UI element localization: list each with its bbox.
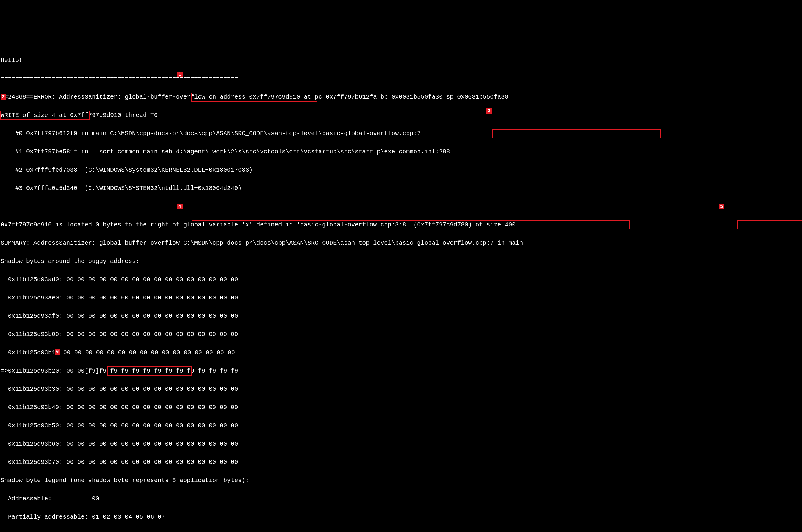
shadow-current: =>0x11b125d93b20: 00 00[f9]f9 f9 f9 f9 f… (1, 366, 801, 376)
b10-post: 00 00 00 00 00 00 00 00 00 00 00 00 00 0… (60, 349, 235, 356)
cur-box: 00 00[f9]f9 f9 (66, 367, 117, 374)
cur-pre: =>0x11b125d93b20: (1, 367, 63, 374)
loc-mid: to the right of global variable 'x' defi… (125, 221, 410, 228)
cur-post: f9 f9 f9 f9 f9 f9 f9 f9 f9 f9 f9 (121, 367, 238, 374)
b10-pre: 0x11b125d93b1 (1, 349, 55, 356)
stack-2: #2 0x7fff9fed7033 (C:\WINDOWS\System32\K… (1, 166, 801, 175)
box-3 (493, 129, 661, 138)
callout-3: 3 (486, 108, 492, 114)
loc-size: of size 400 (475, 221, 516, 228)
shadow-row-b10: 0x11b125d93b16 00 00 00 00 00 00 00 00 0… (1, 348, 801, 357)
error-mid: on address 0x7ff797c9d910 at pc 0x7ff797… (209, 93, 508, 100)
callout-1: 1 (177, 72, 183, 77)
shadow-row-3: 0x11b125d93b00: 00 00 00 00 00 00 00 00 … (1, 330, 801, 339)
stack-0: #0 0x7ff797b612f9 in main C:\MSDN\cpp-do… (1, 129, 801, 138)
box-5 (737, 220, 802, 229)
location-line: 0x7ff797c9d910 is located 0 bytes to the… (1, 220, 801, 229)
stack-3: #3 0x7fffa0a5d240 (C:\WINDOWS\SYSTEM32\n… (1, 184, 801, 193)
summary-line: SUMMARY: AddressSanitizer: global-buffer… (1, 239, 801, 248)
callout-5: 5 (719, 204, 724, 209)
terminal-output: Hello! =================================… (0, 46, 802, 532)
shadow-row-0: 0x11b125d93ad0: 00 00 00 00 00 00 00 00 … (1, 275, 801, 284)
shadow-after-4: 0x11b125d93b70: 00 00 00 00 00 00 00 00 … (1, 458, 801, 467)
write-suffix: at 0x7ff797c9d910 thread T0 (59, 112, 158, 119)
blank-1: 45 (1, 202, 801, 211)
shadow-row-2: 0x11b125d93af0: 00 00 00 00 00 00 00 00 … (1, 312, 801, 321)
callout-4: 4 (177, 204, 183, 209)
loc-addr: (0x7ff797c9d780) (413, 221, 472, 228)
shadow-after-2: 0x11b125d93b50: 00 00 00 00 00 00 00 00 … (1, 421, 801, 430)
shadow-after-0: 0x11b125d93b30: 00 00 00 00 00 00 00 00 … (1, 385, 801, 394)
write-line: WRITE of size 4 at 0x7ff797c9d910 thread… (1, 111, 801, 120)
legend-1: Partially addressable: 01 02 03 04 05 06… (1, 513, 801, 522)
greeting-line: Hello! (1, 56, 801, 65)
legend-2: Heap left redzone: fa (1, 531, 801, 532)
callout-2: 2 (1, 94, 6, 100)
error-prefix: ==24868==ERROR: AddressSanitizer: (1, 93, 121, 100)
shadow-after-1: 0x11b125d93b40: 00 00 00 00 00 00 00 00 … (1, 403, 801, 412)
shadow-after-3: 0x11b125d93b60: 00 00 00 00 00 00 00 00 … (1, 439, 801, 449)
loc-prefix: 0x7ff797c9d910 is located 0 bytes (1, 221, 121, 228)
shadow-header: Shadow bytes around the buggy address: (1, 257, 801, 266)
stack-1: #1 0x7ff797be581f in __scrt_common_main_… (1, 147, 801, 156)
separator-line: ========================================… (1, 74, 801, 83)
legend-0: Addressable: 00 (1, 494, 801, 504)
shadow-row-1: 0x11b125d93ae0: 00 00 00 00 00 00 00 00 … (1, 293, 801, 303)
error-line: 2==24868==ERROR: AddressSanitizer: globa… (1, 93, 801, 102)
legend-header: Shadow byte legend (one shadow byte repr… (1, 476, 801, 485)
separator-text: ========================================… (1, 75, 238, 82)
write-prefix: WRITE of size 4 (1, 112, 55, 119)
error-type: global-buffer-overflow (125, 93, 205, 100)
